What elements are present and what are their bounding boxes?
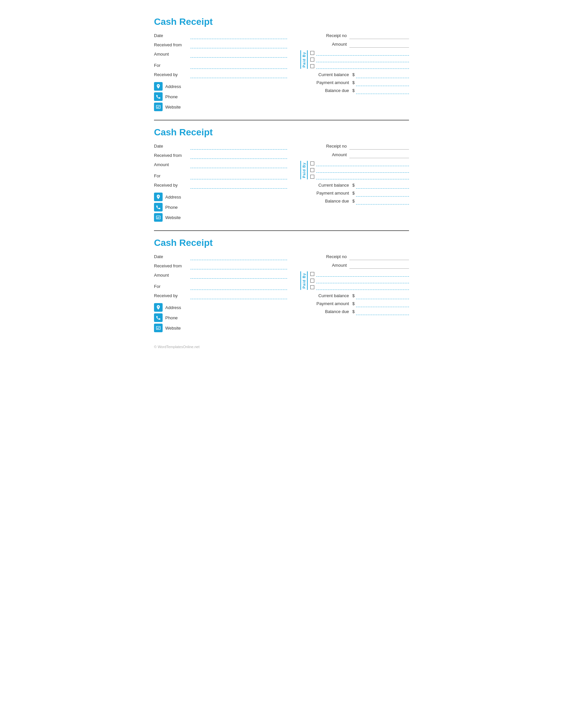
amount-label: Amount — [154, 162, 190, 168]
payment-amount-dollar: $ — [352, 80, 355, 86]
balance-due-field[interactable] — [356, 199, 409, 205]
current-balance-row: Current balance $ — [301, 72, 409, 78]
amount-row: Amount — [154, 162, 287, 168]
checkbox-1[interactable] — [310, 161, 314, 165]
amount-field[interactable] — [190, 52, 287, 58]
receipt-no-field[interactable] — [350, 255, 409, 260]
phone-label: Phone — [165, 315, 178, 320]
right-amount-field[interactable] — [350, 42, 409, 48]
checkbox-2[interactable] — [310, 279, 314, 283]
date-field[interactable] — [190, 144, 287, 150]
paid-by-label: Paid By — [301, 50, 308, 69]
received-from-field[interactable] — [190, 43, 287, 48]
received-from-field[interactable] — [190, 264, 287, 269]
for-label: For — [154, 63, 190, 69]
address-row: Address — [154, 82, 287, 91]
balance-due-dollar: $ — [352, 309, 355, 315]
paid-by-line-2[interactable] — [316, 57, 409, 62]
paid-by-section: Paid By — [301, 50, 409, 69]
right-amount-row: Amount — [301, 263, 409, 269]
current-balance-field[interactable] — [356, 73, 409, 78]
amount-field[interactable] — [190, 163, 287, 168]
paid-by-line-3[interactable] — [316, 174, 409, 179]
address-label: Address — [165, 305, 181, 310]
payment-amount-field[interactable] — [356, 302, 409, 307]
receipt-title-1: Cash Receipt — [154, 17, 409, 27]
balance-due-row: Balance due $ — [301, 88, 409, 94]
received-from-field[interactable] — [190, 154, 287, 159]
right-amount-label: Amount — [332, 152, 347, 158]
current-balance-row: Current balance $ — [301, 293, 409, 299]
checkbox-2[interactable] — [310, 58, 314, 62]
balance-due-field[interactable] — [356, 89, 409, 94]
received-from-row: Received from — [154, 42, 287, 48]
right-amount-field[interactable] — [350, 153, 409, 158]
receipt-no-field[interactable] — [350, 144, 409, 150]
address-icon — [154, 82, 163, 91]
paid-by-line-3[interactable] — [316, 64, 409, 69]
payment-amount-row: Payment amount $ — [301, 80, 409, 86]
amount-label: Amount — [154, 52, 190, 58]
website-icon — [154, 103, 163, 111]
phone-label: Phone — [165, 94, 178, 99]
amount-label: Amount — [154, 273, 190, 279]
balance-due-label: Balance due — [309, 199, 349, 205]
receipt-no-label: Receipt no — [326, 144, 347, 150]
receipt-no-label: Receipt no — [326, 254, 347, 260]
payment-amount-dollar: $ — [352, 301, 355, 307]
checkbox-1[interactable] — [310, 272, 314, 276]
received-by-field[interactable] — [190, 73, 287, 78]
paid-by-line-1[interactable] — [316, 50, 409, 56]
paid-by-line-2[interactable] — [316, 278, 409, 283]
checkbox-2[interactable] — [310, 168, 314, 172]
paid-by-line-1[interactable] — [316, 161, 409, 166]
balance-due-field[interactable] — [356, 310, 409, 315]
paid-by-line-2[interactable] — [316, 167, 409, 173]
checkbox-3[interactable] — [310, 64, 314, 68]
payment-amount-row: Payment amount $ — [301, 191, 409, 197]
current-balance-field[interactable] — [356, 294, 409, 299]
paid-by-options — [310, 271, 409, 290]
checkbox-3[interactable] — [310, 175, 314, 179]
receipt-section-1: Cash ReceiptDateReceived fromAmountForRe… — [154, 10, 409, 117]
checkbox-3[interactable] — [310, 285, 314, 289]
for-field[interactable] — [190, 285, 287, 290]
right-amount-field[interactable] — [350, 263, 409, 269]
right-amount-row: Amount — [301, 152, 409, 158]
payment-amount-field[interactable] — [356, 191, 409, 197]
phone-icon — [154, 313, 163, 322]
for-field[interactable] — [190, 64, 287, 69]
received-by-field[interactable] — [190, 183, 287, 189]
receipt-section-3: Cash ReceiptDateReceived fromAmountForRe… — [154, 231, 409, 338]
date-label: Date — [154, 33, 190, 39]
date-field[interactable] — [190, 34, 287, 39]
paid-by-line-1[interactable] — [316, 271, 409, 277]
received-from-label: Received from — [154, 263, 190, 269]
received-by-row: Received by — [154, 293, 287, 299]
date-field[interactable] — [190, 255, 287, 260]
receipt-no-field[interactable] — [350, 34, 409, 39]
received-by-row: Received by — [154, 183, 287, 189]
balance-section: Current balance $ Payment amount $ Balan… — [301, 72, 409, 94]
date-label: Date — [154, 144, 190, 150]
balance-section: Current balance $ Payment amount $ Balan… — [301, 293, 409, 315]
paid-by-line-3[interactable] — [316, 285, 409, 290]
for-field[interactable] — [190, 174, 287, 179]
payment-amount-label: Payment amount — [309, 80, 349, 86]
received-by-label: Received by — [154, 293, 190, 299]
current-balance-dollar: $ — [352, 72, 355, 78]
balance-due-dollar: $ — [352, 199, 355, 205]
received-by-label: Received by — [154, 72, 190, 78]
amount-field[interactable] — [190, 273, 287, 279]
website-row: Website — [154, 324, 287, 332]
address-label: Address — [165, 84, 181, 89]
for-row: For — [154, 63, 287, 69]
receipt-section-2: Cash ReceiptDateReceived fromAmountForRe… — [154, 120, 409, 228]
received-by-field[interactable] — [190, 294, 287, 299]
payment-amount-label: Payment amount — [309, 301, 349, 307]
payment-amount-field[interactable] — [356, 81, 409, 86]
amount-row: Amount — [154, 52, 287, 58]
checkbox-1[interactable] — [310, 51, 314, 55]
paid-by-options — [310, 50, 409, 69]
current-balance-field[interactable] — [356, 183, 409, 189]
